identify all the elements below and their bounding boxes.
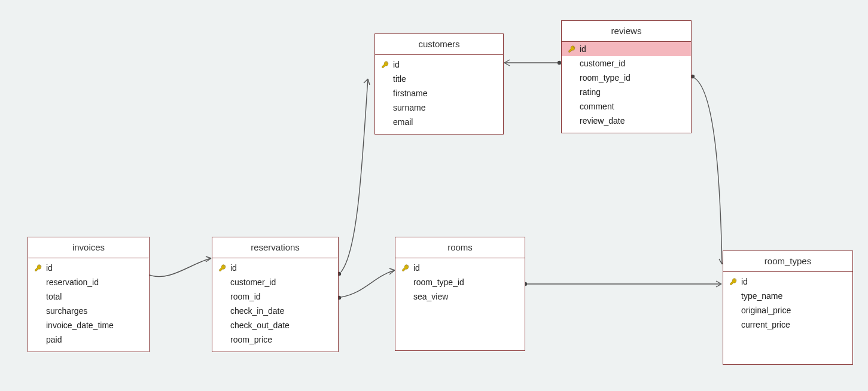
table-row[interactable]: id xyxy=(395,261,525,275)
entity-reservations[interactable]: reservations id customer_id room_id chec… xyxy=(212,237,339,352)
field-label: original_price xyxy=(740,305,846,316)
field-label: comment xyxy=(578,101,685,112)
table-row[interactable]: rating xyxy=(562,85,691,99)
field-label: room_price xyxy=(229,334,332,345)
field-label: email xyxy=(392,117,497,127)
entity-title: room_types xyxy=(723,251,852,272)
primary-key-icon xyxy=(565,45,578,53)
table-row[interactable]: room_id xyxy=(212,289,338,304)
table-row[interactable]: customer_id xyxy=(212,275,338,289)
field-label: id xyxy=(229,262,332,273)
table-row[interactable]: check_out_date xyxy=(212,318,338,332)
entity-body: id type_name original_price current_pric… xyxy=(723,272,852,337)
table-row[interactable]: title xyxy=(375,72,503,86)
field-label: paid xyxy=(45,334,143,345)
table-row[interactable]: email xyxy=(375,115,503,129)
entity-body: id room_type_id sea_view xyxy=(395,258,525,308)
entity-reviews[interactable]: reviews id customer_id room_type_id rati… xyxy=(561,20,692,133)
table-row[interactable]: id xyxy=(562,42,691,56)
entity-customers[interactable]: customers id title firstname surname ema… xyxy=(374,33,504,135)
table-row[interactable]: original_price xyxy=(723,303,852,317)
entity-body: id customer_id room_type_id rating comme… xyxy=(562,42,691,133)
table-row[interactable]: check_in_date xyxy=(212,304,338,318)
field-label: id xyxy=(578,44,685,54)
table-row[interactable]: surcharges xyxy=(28,304,149,318)
field-label: check_out_date xyxy=(229,320,332,331)
table-row[interactable]: surname xyxy=(375,100,503,115)
table-row[interactable]: type_name xyxy=(723,289,852,303)
primary-key-icon xyxy=(32,264,45,272)
table-row[interactable]: customer_id xyxy=(562,56,691,71)
field-label: id xyxy=(392,59,497,70)
entity-body: id reservation_id total surcharges invoi… xyxy=(28,258,149,352)
field-label: total xyxy=(45,291,143,302)
entity-rooms[interactable]: rooms id room_type_id sea_view xyxy=(395,237,525,351)
field-label: id xyxy=(412,262,519,273)
field-label: invoice_date_time xyxy=(45,320,143,331)
table-row[interactable]: reservation_id xyxy=(28,275,149,289)
table-row[interactable]: invoice_date_time xyxy=(28,318,149,332)
table-row[interactable]: room_type_id xyxy=(395,275,525,289)
field-label: title xyxy=(392,74,497,84)
field-label: rating xyxy=(578,87,685,97)
table-row[interactable]: sea_view xyxy=(395,289,525,304)
entity-invoices[interactable]: invoices id reservation_id total surchar… xyxy=(28,237,150,352)
table-row[interactable]: room_price xyxy=(212,332,338,347)
field-label: id xyxy=(740,276,846,287)
entity-title: customers xyxy=(375,34,503,55)
table-row[interactable]: paid xyxy=(28,332,149,347)
table-row[interactable]: firstname xyxy=(375,86,503,100)
table-row[interactable]: id xyxy=(212,261,338,275)
field-label: sea_view xyxy=(412,291,519,302)
field-label: room_type_id xyxy=(412,277,519,288)
entity-title: invoices xyxy=(28,237,149,258)
table-row[interactable]: comment xyxy=(562,99,691,114)
table-row[interactable]: total xyxy=(28,289,149,304)
field-label: reservation_id xyxy=(45,277,143,288)
table-row[interactable]: id xyxy=(723,274,852,289)
field-label: surcharges xyxy=(45,306,143,316)
entity-body: id title firstname surname email xyxy=(375,55,503,134)
field-label: customer_id xyxy=(578,58,685,69)
table-row[interactable]: room_type_id xyxy=(562,71,691,85)
field-label: type_name xyxy=(740,291,846,301)
field-label: current_price xyxy=(740,319,846,330)
primary-key-icon xyxy=(379,60,392,69)
entity-body: id customer_id room_id check_in_date che… xyxy=(212,258,338,352)
field-label: customer_id xyxy=(229,277,332,288)
primary-key-icon xyxy=(727,277,740,286)
primary-key-icon xyxy=(399,264,412,272)
entity-title: rooms xyxy=(395,237,525,258)
field-label: firstname xyxy=(392,88,497,99)
primary-key-icon xyxy=(216,264,229,272)
table-row[interactable]: id xyxy=(28,261,149,275)
field-label: room_type_id xyxy=(578,72,685,83)
field-label: surname xyxy=(392,102,497,113)
table-row[interactable]: id xyxy=(375,57,503,72)
field-label: room_id xyxy=(229,291,332,302)
field-label: id xyxy=(45,262,143,273)
table-row[interactable]: review_date xyxy=(562,114,691,128)
field-label: review_date xyxy=(578,115,685,126)
entity-title: reservations xyxy=(212,237,338,258)
entity-room-types[interactable]: room_types id type_name original_price c… xyxy=(723,251,853,365)
table-row[interactable]: current_price xyxy=(723,317,852,332)
field-label: check_in_date xyxy=(229,306,332,316)
entity-title: reviews xyxy=(562,21,691,42)
